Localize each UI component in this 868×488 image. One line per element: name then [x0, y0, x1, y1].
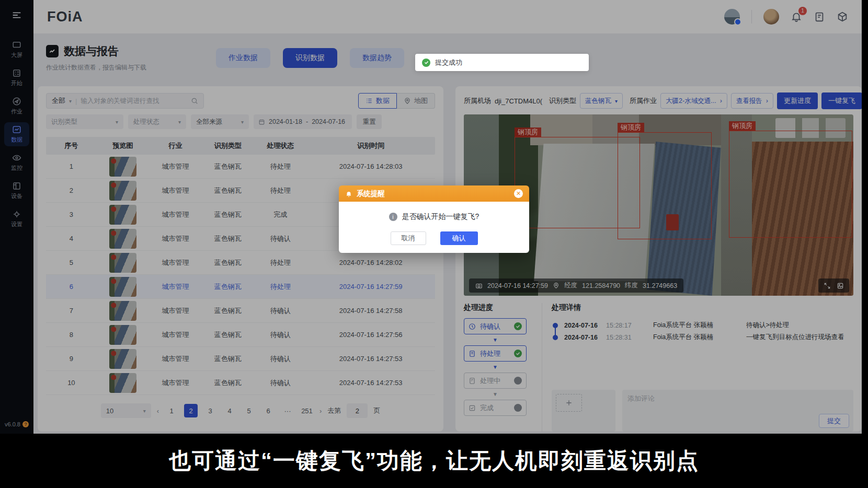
modal-message-row: i 是否确认开始一键复飞?: [349, 212, 519, 222]
info-icon: i: [389, 213, 397, 221]
modal-header: 系统提醒 ✕: [339, 185, 529, 202]
cancel-button[interactable]: 取消: [391, 231, 426, 245]
success-toast: 提交成功: [415, 54, 589, 71]
modal-body: i 是否确认开始一键复飞? 取消 确认: [339, 202, 529, 253]
toast-message: 提交成功: [435, 58, 462, 67]
close-icon[interactable]: ✕: [514, 189, 523, 198]
bell-icon: [345, 190, 352, 197]
modal-title: 系统提醒: [357, 189, 385, 199]
subtitle-text: 也可通过“一键复飞”功能，让无人机即刻重返识别点: [169, 446, 699, 475]
subtitle-bar: 也可通过“一键复飞”功能，让无人机即刻重返识别点: [0, 434, 868, 488]
modal-message: 是否确认开始一键复飞?: [402, 212, 479, 222]
system-alert-modal: 系统提醒 ✕ i 是否确认开始一键复飞? 取消 确认: [339, 185, 529, 253]
success-check-icon: [422, 59, 430, 67]
app-window: 大屏 开始 作业 数据 监控 设备: [0, 0, 862, 434]
confirm-button[interactable]: 确认: [440, 231, 478, 245]
modal-buttons: 取消 确认: [349, 231, 519, 245]
